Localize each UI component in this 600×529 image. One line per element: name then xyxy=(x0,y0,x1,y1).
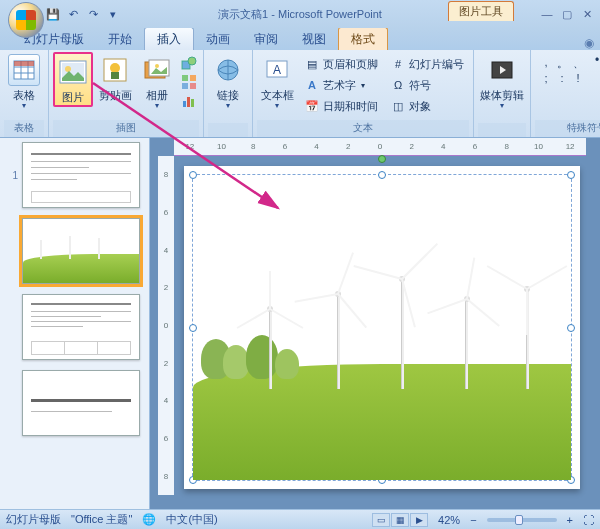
title-bar: 💾 ↶ ↷ ▾ 演示文稿1 - Microsoft PowerPoint 图片工… xyxy=(0,0,600,28)
textbox-icon: A xyxy=(261,54,293,86)
shapes-icon[interactable] xyxy=(181,55,197,71)
status-view: 幻灯片母版 xyxy=(6,512,61,527)
thumbnail-3[interactable] xyxy=(22,294,140,360)
dropdown-icon: ▾ xyxy=(275,101,279,110)
fit-button[interactable]: ⛶ xyxy=(583,514,594,526)
datetime-button[interactable]: 📅日期和时间 xyxy=(301,96,381,116)
zoom-level[interactable]: 42% xyxy=(438,514,460,526)
slide-edit-area[interactable]: 12108642024681012 864202468 xyxy=(150,138,600,509)
tab-view[interactable]: 视图 xyxy=(290,28,338,50)
status-bar: 幻灯片母版 "Office 主题" 🌐 中文(中国) ▭ ▦ ▶ 42% − +… xyxy=(0,509,600,529)
svg-rect-22 xyxy=(187,97,190,107)
app-name: Microsoft PowerPoint xyxy=(278,8,382,20)
zoom-in-button[interactable]: + xyxy=(567,514,573,526)
ribbon-tabs: 幻灯片母版 开始 插入 动画 审阅 视图 格式 ◉ xyxy=(0,28,600,50)
clipart-icon xyxy=(99,54,131,86)
language-icon[interactable]: 🌐 xyxy=(142,513,156,526)
clipart-button[interactable]: 剪贴画 xyxy=(95,52,135,103)
view-buttons: ▭ ▦ ▶ xyxy=(372,513,428,527)
datetime-icon: 📅 xyxy=(304,98,320,114)
symbols-more-button[interactable]: • 符号 ▾ xyxy=(595,52,600,69)
textbox-button[interactable]: A 文本框 ▾ xyxy=(257,52,297,112)
thumbnail-2[interactable] xyxy=(22,218,140,284)
thumbnail-panel[interactable]: 1 xyxy=(0,138,150,509)
tab-home[interactable]: 开始 xyxy=(96,28,144,50)
ruler-vertical: 864202468 xyxy=(158,156,174,495)
tab-animations[interactable]: 动画 xyxy=(194,28,242,50)
tab-insert[interactable]: 插入 xyxy=(144,27,194,50)
svg-rect-18 xyxy=(190,75,196,81)
dropdown-icon: ▾ xyxy=(22,101,26,110)
selected-picture[interactable] xyxy=(192,174,572,481)
slideshow-button[interactable]: ▶ xyxy=(410,513,428,527)
group-media: 媒体剪辑 ▾ xyxy=(474,50,531,137)
quick-access-toolbar: 💾 ↶ ↷ ▾ xyxy=(46,7,120,21)
contextual-tab-label: 图片工具 xyxy=(448,1,514,21)
svg-rect-17 xyxy=(182,75,188,81)
wordart-button[interactable]: A艺术字▾ xyxy=(301,75,381,95)
ruler-horizontal: 12108642024681012 xyxy=(174,138,586,156)
svg-point-14 xyxy=(155,64,159,68)
header-footer-icon: ▤ xyxy=(304,56,320,72)
symbol-icon: Ω xyxy=(390,77,406,93)
symbol-button[interactable]: Ω符号 xyxy=(387,75,467,95)
svg-rect-23 xyxy=(191,99,194,107)
svg-rect-5 xyxy=(14,61,34,66)
restore-button[interactable]: ▢ xyxy=(558,7,576,21)
group-symbols: , 。 、 ; : ! • 符号 ▾ 特殊符号 xyxy=(531,50,600,137)
slide-number-icon: # xyxy=(390,56,406,72)
rotate-handle[interactable] xyxy=(378,155,386,163)
zoom-slider[interactable] xyxy=(487,518,557,522)
svg-rect-21 xyxy=(183,101,186,107)
thumbnail-4[interactable] xyxy=(22,370,140,436)
svg-text:A: A xyxy=(273,63,281,77)
help-icon[interactable]: ◉ xyxy=(584,36,594,50)
group-links: 链接 ▾ xyxy=(204,50,253,137)
thumbnail-1[interactable] xyxy=(22,142,140,208)
dropdown-icon: ▾ xyxy=(226,101,230,110)
chart-icon[interactable] xyxy=(181,93,197,109)
slide-number-button[interactable]: #幻灯片编号 xyxy=(387,54,467,74)
redo-icon[interactable]: ↷ xyxy=(86,7,100,21)
picture-icon xyxy=(57,56,89,88)
workspace: 1 xyxy=(0,138,600,509)
header-footer-button[interactable]: ▤页眉和页脚 xyxy=(301,54,381,74)
save-icon[interactable]: 💾 xyxy=(46,7,60,21)
office-button[interactable] xyxy=(8,2,44,38)
media-clip-button[interactable]: 媒体剪辑 ▾ xyxy=(478,52,526,112)
doc-name: 演示文稿1 xyxy=(218,8,268,20)
tab-review[interactable]: 审阅 xyxy=(242,28,290,50)
table-button[interactable]: 表格 ▾ xyxy=(4,52,44,112)
status-theme: "Office 主题" xyxy=(71,512,132,527)
hyperlink-button[interactable]: 链接 ▾ xyxy=(208,52,248,112)
svg-rect-19 xyxy=(182,83,188,89)
minimize-button[interactable]: — xyxy=(538,7,556,21)
status-language: 中文(中国) xyxy=(166,512,217,527)
svg-point-10 xyxy=(110,63,120,73)
object-icon: ◫ xyxy=(390,98,406,114)
svg-point-16 xyxy=(188,57,196,65)
album-button[interactable]: 相册 ▾ xyxy=(137,52,177,112)
tab-format[interactable]: 格式 xyxy=(338,27,388,50)
close-button[interactable]: ✕ xyxy=(578,7,596,21)
undo-icon[interactable]: ↶ xyxy=(66,7,80,21)
dropdown-icon: ▾ xyxy=(500,101,504,110)
slide-canvas[interactable] xyxy=(184,166,580,489)
object-button[interactable]: ◫对象 xyxy=(387,96,467,116)
qat-dropdown-icon[interactable]: ▾ xyxy=(106,7,120,21)
zoom-thumb[interactable] xyxy=(515,515,523,525)
zoom-out-button[interactable]: − xyxy=(470,514,476,526)
symbol-grid[interactable]: , 。 、 ; : ! xyxy=(535,52,589,90)
group-label-illustrations: 插图 xyxy=(53,120,199,137)
picture-button[interactable]: 图片 xyxy=(53,52,93,107)
table-icon xyxy=(8,54,40,86)
sorter-view-button[interactable]: ▦ xyxy=(391,513,409,527)
svg-rect-20 xyxy=(190,83,196,89)
media-icon xyxy=(486,54,518,86)
normal-view-button[interactable]: ▭ xyxy=(372,513,390,527)
group-text: A 文本框 ▾ ▤页眉和页脚 A艺术字▾ 📅日期和时间 #幻灯片编号 Ω符号 ◫… xyxy=(253,50,474,137)
inserted-image xyxy=(193,175,571,480)
smartart-icon[interactable] xyxy=(181,74,197,90)
svg-point-8 xyxy=(65,66,71,72)
album-icon xyxy=(141,54,173,86)
